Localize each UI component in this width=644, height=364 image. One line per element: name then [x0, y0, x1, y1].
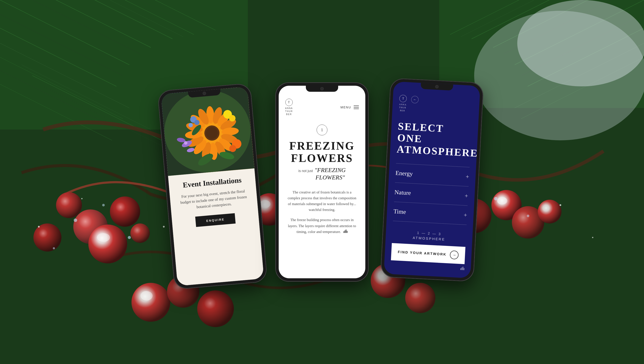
- phone2-screen: T ANNATHURBER MENU: [279, 86, 365, 278]
- phone2-main-title: FREEZINGFLOWERS: [287, 140, 357, 164]
- logo-circle: T: [285, 99, 293, 106]
- phone3-header: T ANNATHURBER ←: [392, 81, 480, 120]
- logo-text: ANNATHURBER: [285, 107, 293, 116]
- phone3-select-title: SELECT ONEATMOSPHERE: [390, 116, 478, 163]
- atmosphere-item-time[interactable]: Time +: [393, 202, 468, 225]
- plus-icon-time: +: [464, 212, 467, 219]
- phone2-subtitle-before: is not just: [298, 169, 313, 173]
- phone2-content: 1 FREEZINGFLOWERS is not just "FREEZINGF…: [279, 120, 365, 278]
- atmosphere-list: Energy + Nature + Time +: [386, 159, 476, 230]
- menu-label: MENU: [340, 106, 351, 109]
- phone3-logo-circle: T: [399, 95, 407, 103]
- phone1-title: Event Installations: [182, 176, 242, 189]
- back-arrow: ←: [413, 98, 416, 102]
- audio-icon[interactable]: [344, 230, 348, 233]
- phone3-logo-letter: T: [402, 97, 404, 100]
- phone2-frame: T ANNATHURBER MENU: [276, 83, 368, 281]
- atmosphere-name-time: Time: [393, 208, 406, 216]
- arrow-icon: →: [452, 253, 456, 257]
- hamburger-icon: [354, 106, 359, 109]
- phone1-flower-image: [161, 87, 254, 176]
- phone3-logo-text: ANNATHURBER: [399, 103, 407, 112]
- phone3-logo: T ANNATHURBER: [399, 95, 407, 112]
- phone1-content: Event Installations For your next big ev…: [168, 168, 264, 286]
- phone2-body-text-2: The freeze building process often occurs…: [287, 217, 357, 235]
- phone1-frame: Event Installations For your next big ev…: [158, 83, 267, 289]
- hamburger-line-2: [354, 107, 359, 107]
- phone1-wrapper: Event Installations For your next big ev…: [158, 83, 267, 289]
- phone1-screen: Event Installations For your next big ev…: [161, 87, 264, 286]
- enquire-button[interactable]: ENQUIRE: [195, 213, 236, 227]
- phones-container: Event Installations For your next big ev…: [0, 0, 644, 364]
- hamburger-line-1: [354, 106, 359, 106]
- anna-thurber-logo: T ANNATHURBER: [285, 99, 293, 116]
- back-button[interactable]: ←: [411, 96, 419, 103]
- step-number: 1: [316, 125, 328, 135]
- atmosphere-name-energy: Energy: [395, 170, 413, 177]
- phone3-footer: 1 — 2 — 3 ATMOSPHERE FIND YOUR ARTWORK →: [384, 225, 473, 278]
- phone2-wrapper: T ANNATHURBER MENU: [276, 83, 368, 281]
- phone2-header: T ANNATHURBER MENU: [279, 86, 365, 120]
- phone3-audio-icon[interactable]: [460, 267, 464, 270]
- arrow-circle: →: [450, 250, 459, 260]
- plus-icon-energy: +: [466, 173, 469, 180]
- logo-letter: T: [288, 100, 290, 104]
- phone3-wrapper: T ANNATHURBER ← SELECT ONEATMOSPHERE: [380, 78, 484, 281]
- plus-icon-nature: +: [464, 192, 468, 200]
- find-artwork-button[interactable]: FIND YOUR ARTWORK →: [391, 243, 466, 264]
- phone3-frame: T ANNATHURBER ← SELECT ONEATMOSPHERE: [380, 78, 484, 281]
- find-artwork-text: FIND YOUR ARTWORK: [398, 250, 446, 257]
- phone2-italic-title: "FREEZINGFLOWERS": [315, 166, 346, 181]
- atmosphere-name-nature: Nature: [394, 189, 411, 197]
- phone3-screen: T ANNATHURBER ← SELECT ONEATMOSPHERE: [384, 81, 480, 278]
- phone2-body-text-1: The creative art of frozen botanicals is…: [287, 189, 357, 213]
- svg-rect-112: [161, 87, 254, 176]
- hamburger-line-3: [354, 109, 359, 109]
- phone1-description: For your next big event, stretch the flo…: [178, 188, 249, 212]
- menu-area[interactable]: MENU: [340, 106, 359, 109]
